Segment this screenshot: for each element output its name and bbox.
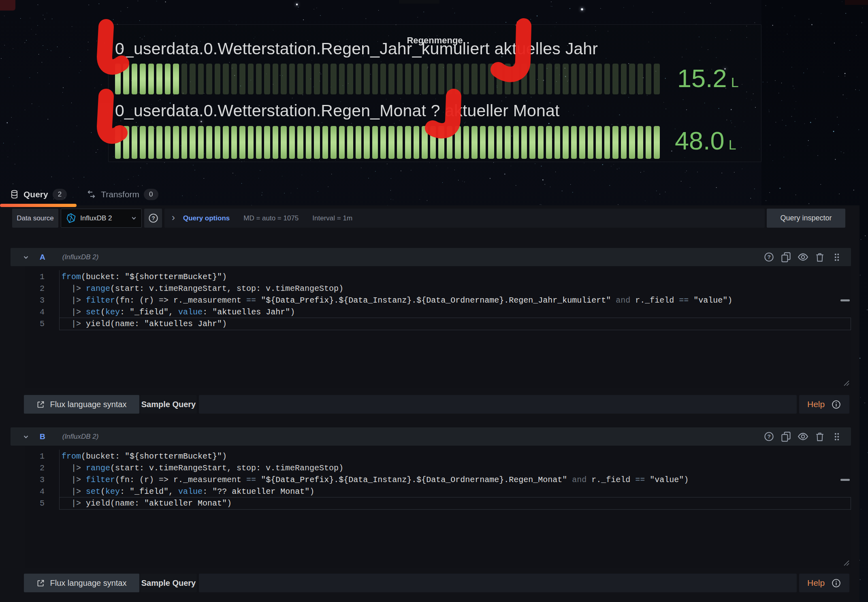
collapse-chevron-icon[interactable] xyxy=(23,433,29,440)
gauge-segment xyxy=(156,126,162,159)
line-number: 3 xyxy=(25,295,45,306)
gauge-segment xyxy=(447,64,452,94)
datasource-picker[interactable]: InfluxDB 2 xyxy=(61,209,142,228)
query-footer: Flux language syntaxSample QueryHelp xyxy=(11,395,851,414)
tab-query-label: Query xyxy=(23,190,48,199)
code-line: 3 |> filter(fn: (r) => r._measurement ==… xyxy=(25,474,851,486)
gauge-segment xyxy=(165,64,171,94)
line-number: 5 xyxy=(25,497,45,509)
gauge-segment xyxy=(554,126,560,159)
gauge-segment xyxy=(505,64,510,94)
gauge-segment xyxy=(414,126,419,159)
collapse-chevron-icon[interactable] xyxy=(23,254,29,260)
resize-grip[interactable] xyxy=(843,380,850,387)
gauge-segment xyxy=(596,64,601,94)
line-number: 5 xyxy=(25,318,45,330)
code-text: |> set(key: "_field", value: "?? aktuell… xyxy=(62,486,314,497)
query-datasource-name: (InfluxDB 2) xyxy=(62,253,99,261)
gauge-segment xyxy=(588,64,593,94)
gauge-segment xyxy=(571,126,577,159)
gauge-segment xyxy=(356,126,361,159)
query-inspector-button[interactable]: Query inspector xyxy=(767,209,845,228)
scrollbar-marker[interactable] xyxy=(840,299,850,301)
code-text: |> filter(fn: (r) => r._measurement == "… xyxy=(62,474,689,486)
query-options-row[interactable]: › Query options MD = auto = 1075 Interva… xyxy=(164,209,765,228)
external-link-icon xyxy=(36,579,45,587)
info-circle-icon[interactable] xyxy=(831,399,841,410)
help-button[interactable]: Help xyxy=(807,578,825,588)
gauge-segment xyxy=(198,64,204,94)
duplicate-query-button[interactable] xyxy=(777,431,794,442)
gauge-segment xyxy=(173,126,179,159)
gauge-segment xyxy=(596,126,601,159)
delete-query-button[interactable] xyxy=(811,431,828,442)
flux-code-editor[interactable]: 1from(bucket: "${shorttermBucket}")2 |> … xyxy=(25,446,851,568)
drag-query-handle[interactable] xyxy=(828,431,845,442)
gauge-segment xyxy=(140,126,145,159)
info-circle-icon[interactable] xyxy=(831,578,841,588)
gauge-segment xyxy=(372,126,378,159)
trash-icon xyxy=(815,252,825,263)
resize-grip[interactable] xyxy=(843,559,850,567)
gauge-segment xyxy=(447,126,452,159)
gauge-segment xyxy=(248,64,254,94)
gauge-segment xyxy=(339,126,345,159)
svg-text:?: ? xyxy=(151,215,155,221)
gauge-segment xyxy=(223,126,228,159)
query-footer: Flux language syntaxSample QueryHelp xyxy=(11,574,851,592)
sample-query-button[interactable]: Sample Query xyxy=(140,574,197,592)
gauge-segment xyxy=(115,126,121,159)
gauge-value-number: 48.0 xyxy=(675,127,725,154)
gauge-segment xyxy=(497,126,502,159)
gauge-segment xyxy=(314,126,320,159)
transform-icon xyxy=(86,189,96,199)
top-left-artifact xyxy=(0,0,15,11)
duplicate-query-button[interactable] xyxy=(777,252,794,263)
question-circle-icon: ? xyxy=(763,431,774,442)
gauge-segment xyxy=(621,126,627,159)
gauge-segment xyxy=(654,126,659,159)
gauge-segment xyxy=(256,126,262,159)
gauge-segment xyxy=(239,126,245,159)
gauge-segment xyxy=(364,126,369,159)
code-text: |> set(key: "_field", value: "aktuelles … xyxy=(62,306,295,318)
gauge-segment xyxy=(231,126,237,159)
gauge-segment xyxy=(629,64,635,94)
tab-query[interactable]: Query 2 xyxy=(0,181,77,207)
line-number: 1 xyxy=(25,271,45,283)
flux-language-syntax-button[interactable]: Flux language syntax xyxy=(24,574,139,592)
tab-transform[interactable]: Transform 0 xyxy=(77,181,168,207)
top-middle-artifact xyxy=(399,0,439,4)
query-editor-section: Data source InfluxDB 2 ? › Query options… xyxy=(0,205,859,602)
code-line: 1from(bucket: "${shorttermBucket}") xyxy=(25,271,851,283)
tab-transform-count-badge: 0 xyxy=(144,189,158,200)
gauge-segment xyxy=(405,64,411,94)
flux-language-syntax-button[interactable]: Flux language syntax xyxy=(24,395,139,414)
gauge-segment xyxy=(513,126,519,159)
external-link-icon xyxy=(36,400,45,409)
datasource-help-button[interactable]: ? xyxy=(144,209,162,228)
gauge-segment xyxy=(463,64,469,94)
gauge-segment xyxy=(115,64,121,94)
code-line: 5 |> yield(name: "aktuelles Jahr") xyxy=(25,318,851,330)
gauge-segment xyxy=(463,126,469,159)
flux-button-label: Flux language syntax xyxy=(50,400,126,409)
flux-code-editor[interactable]: 1from(bucket: "${shorttermBucket}")2 |> … xyxy=(25,266,851,388)
gauge-segment xyxy=(438,64,444,94)
gauge-segment xyxy=(422,126,427,159)
query-help-button[interactable]: ? xyxy=(760,431,777,442)
query-help-button[interactable]: ? xyxy=(760,252,777,263)
gauge-segment xyxy=(198,126,204,159)
delete-query-button[interactable] xyxy=(811,252,828,263)
toggle-visibility-button[interactable] xyxy=(794,251,811,263)
gauge-segment xyxy=(612,64,618,94)
sample-query-button[interactable]: Sample Query xyxy=(140,395,197,414)
drag-query-handle[interactable] xyxy=(828,252,845,263)
toggle-visibility-button[interactable] xyxy=(794,431,811,442)
code-text: |> yield(name: "aktuelles Jahr") xyxy=(62,318,227,330)
gauge-segment xyxy=(455,64,461,94)
gauge-segment xyxy=(322,126,328,159)
scrollbar-marker[interactable] xyxy=(840,479,850,481)
help-button[interactable]: Help xyxy=(807,399,825,409)
query-datasource-name: (InfluxDB 2) xyxy=(62,433,99,441)
